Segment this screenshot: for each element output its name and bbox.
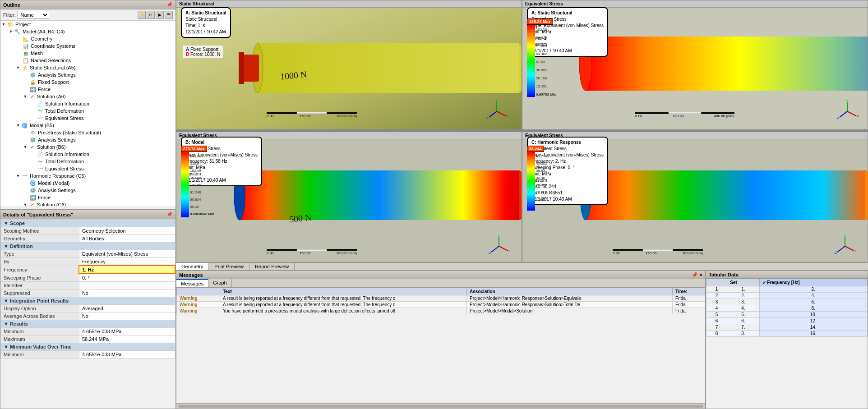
tabular-row[interactable]: 7 7. 14. xyxy=(706,324,868,331)
details-scrollable: ▼ ScopeScoping MethodGeometry SelectionG… xyxy=(0,219,175,405)
messages-scrollbar[interactable] xyxy=(176,403,705,409)
viewport-top-right[interactable]: Equivalent Stress A: Static Structural E… xyxy=(522,0,868,130)
msg-association: Project>Model>Harmonic Response>Solution… xyxy=(467,295,673,302)
tree-item-geometry[interactable]: 📐Geometry xyxy=(0,35,175,42)
tree-item-total-def-b[interactable]: 〜Total Deformation xyxy=(0,158,175,165)
svg-line-9 xyxy=(497,111,506,116)
viewport-top-left[interactable]: Static Structural A: Static Structural S… xyxy=(176,0,522,130)
tabular-row[interactable]: 1 1. 2. xyxy=(706,286,868,293)
svg-line-31 xyxy=(499,246,508,251)
tree-item-solution-c6[interactable]: ▼✔Solution (C6) xyxy=(0,201,175,206)
tab-report-preview[interactable]: Report Preview xyxy=(249,263,295,270)
tab-messages[interactable]: Messages xyxy=(176,279,208,287)
tabular-panel: Tabular Data Set ✓ Frequency [Hz] 1 1. 2… xyxy=(706,271,868,409)
details-row: Frequency1. Hz xyxy=(1,266,175,274)
svg-text:Z: Z xyxy=(835,251,837,255)
svg-rect-35 xyxy=(527,152,535,211)
tab-graph[interactable]: Graph xyxy=(208,279,232,287)
details-value: Frequency xyxy=(79,258,175,266)
tabular-row[interactable]: 2 2. 4. xyxy=(706,293,868,299)
tabular-cell-row: 3 xyxy=(706,299,727,305)
details-label: Identifier xyxy=(1,282,79,290)
tree-item-total-def-a[interactable]: 〜Total Deformation xyxy=(0,107,175,115)
tree-item-named-sel[interactable]: 📋Named Selections xyxy=(0,57,175,64)
viewport-bottom-right[interactable]: Equivalent Stress C: Harmonic Response E… xyxy=(522,132,868,262)
svg-text:X: X xyxy=(854,249,856,253)
tree-item-project[interactable]: ▼📁Project xyxy=(0,21,175,28)
tree-item-force-a[interactable]: ➡️Force xyxy=(0,86,175,93)
messages-controls: 📌 × xyxy=(692,272,702,278)
details-value: 58.244 MPa xyxy=(79,335,175,343)
tree-item-mesh[interactable]: ▦Mesh xyxy=(0,50,175,57)
tabular-col-freq: ✓ Frequency [Hz] xyxy=(759,279,867,286)
tab-print-preview[interactable]: Print Preview xyxy=(209,263,249,270)
tree-item-harmonic-c5[interactable]: ▼〰Harmonic Response (C5) xyxy=(0,172,175,179)
details-value: No xyxy=(79,290,175,297)
details-row: Scoping MethodGeometry Selection xyxy=(1,227,175,235)
tabular-cell-row: 6 xyxy=(706,318,727,324)
filter-icon-1[interactable]: ⚡ xyxy=(138,11,146,19)
ann-title-tl: A: Static Structural xyxy=(185,10,226,16)
details-label: Scoping Method xyxy=(1,227,79,235)
main-area: Static Structural A: Static Structural S… xyxy=(176,0,868,409)
filter-bar: Filter: Name ⚡ ↩ ▶ ☰ xyxy=(0,9,175,21)
messages-panel-header: Messages 📌 × xyxy=(176,271,705,279)
msg-col-text: Text xyxy=(220,288,466,295)
messages-table: Text Association Time: Warning A result … xyxy=(176,288,705,314)
tabular-row[interactable]: 6 6. 12. xyxy=(706,318,868,324)
tree-item-analysis-settings-c[interactable]: ⚙️Analysis Settings xyxy=(0,187,175,194)
msg-type: Warning xyxy=(177,308,220,314)
tree-item-equiv-stress-b[interactable]: 〰Equivalent Stress xyxy=(0,165,175,172)
tree-root: ▼📁Project▼🔧Model (A4, B4, C4)📐Geometry📊C… xyxy=(0,21,175,206)
tree-item-modal-c[interactable]: 🌀Modal (Modal) xyxy=(0,179,175,187)
tree-item-sol-info-a[interactable]: 📄Solution Information xyxy=(0,100,175,107)
tabular-col-set: Set xyxy=(727,279,759,286)
tabular-cell-freq: 16. xyxy=(759,331,867,337)
details-value: Averaged xyxy=(79,305,175,312)
details-table: ▼ ScopeScoping MethodGeometry SelectionG… xyxy=(0,219,175,358)
tabular-row[interactable]: 3 3. 6. xyxy=(706,299,868,305)
tree-item-modal-b5[interactable]: ▼🌀Modal (B5) xyxy=(0,122,175,129)
viewport-bottom-left[interactable]: Equivalent Stress B: Modal Equivalent St… xyxy=(176,132,522,262)
messages-close[interactable]: × xyxy=(700,272,702,278)
filter-label: Filter: xyxy=(3,12,16,18)
svg-rect-27 xyxy=(240,170,519,220)
tree-item-static-a5[interactable]: ▼⚡Static Structural (A5) xyxy=(0,64,175,71)
tree-item-pre-stress[interactable]: ⚙Pre-Stress (Static Structural) xyxy=(0,129,175,136)
details-row: Sweeping Phase0. ° xyxy=(1,274,175,282)
filter-icon-3[interactable]: ▶ xyxy=(156,11,164,19)
svg-rect-37 xyxy=(586,170,865,220)
tabular-cell-set: 6. xyxy=(727,318,759,324)
outline-pin-icon[interactable]: 📌 xyxy=(166,2,173,8)
tree-item-solution-b6[interactable]: ▼✔Solution (B6) xyxy=(0,143,175,151)
messages-pin[interactable]: 📌 xyxy=(692,272,698,278)
details-pin-icon[interactable]: 📌 xyxy=(166,211,173,217)
details-value: Geometry Selection xyxy=(79,227,175,235)
tree-item-solution-a6[interactable]: ▼✔Solution (A6) xyxy=(0,93,175,100)
filter-icon-2[interactable]: ↩ xyxy=(147,11,155,19)
tabular-row[interactable]: 8 8. 16. xyxy=(706,331,868,337)
details-header: Details of "Equivalent Stress" 📌 xyxy=(0,210,175,219)
tree-item-force-c[interactable]: ➡️Force xyxy=(0,194,175,201)
filter-icons: ⚡ ↩ ▶ ☰ xyxy=(138,11,173,19)
details-value[interactable]: 1. Hz xyxy=(79,266,175,274)
tabular-row[interactable]: 4 4. 8. xyxy=(706,305,868,312)
svg-text:Y: Y xyxy=(846,100,849,103)
tabular-col-row xyxy=(706,279,727,286)
annotation-tl: A: Static Structural Static Structural T… xyxy=(181,7,231,38)
tree-item-analysis-settings-b[interactable]: ⚙️Analysis Settings xyxy=(0,136,175,143)
tree-item-model[interactable]: ▼🔧Model (A4, B4, C4) xyxy=(0,28,175,35)
tree-item-sol-info-b[interactable]: 📄Solution Information xyxy=(0,151,175,158)
tree-item-fixed-support[interactable]: 🔒Fixed Support xyxy=(0,78,175,86)
msg-time: Frida xyxy=(672,308,705,314)
details-value: All Bodies xyxy=(79,235,175,243)
msg-time: Frida xyxy=(672,295,705,302)
tab-geometry[interactable]: Geometry xyxy=(176,263,209,270)
filter-select[interactable]: Name xyxy=(18,11,49,19)
tabular-row[interactable]: 5 5. 10. xyxy=(706,312,868,318)
tree-item-equiv-stress-a[interactable]: 〰Equivalent Stress xyxy=(0,115,175,122)
filter-icon-4[interactable]: ☰ xyxy=(165,11,173,19)
svg-rect-1 xyxy=(258,43,519,93)
tree-item-analysis-settings-a[interactable]: ⚙️Analysis Settings xyxy=(0,71,175,78)
tree-item-coord[interactable]: 📊Coordinate Systems xyxy=(0,42,175,50)
